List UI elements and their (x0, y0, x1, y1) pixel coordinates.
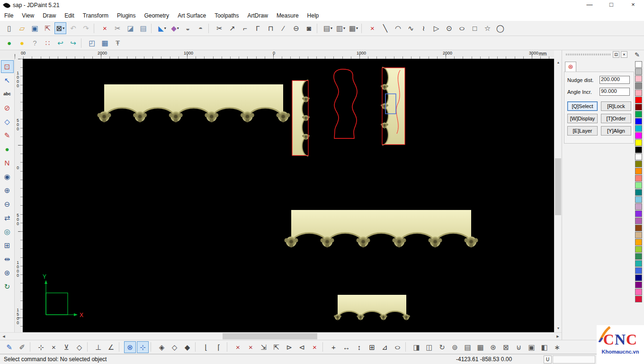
separator[interactable] (94, 24, 97, 33)
separator[interactable] (151, 342, 154, 352)
vertical-scroll-thumb[interactable] (555, 158, 561, 215)
nudge-dist-input[interactable]: 200.000 (599, 76, 630, 84)
palette-color-swatch[interactable] (635, 218, 642, 224)
rectangle-tool-button[interactable]: □ (469, 22, 481, 34)
relief-strip-small[interactable] (334, 295, 410, 320)
mirror-horizontal-button[interactable]: ◇ (169, 341, 180, 353)
paste-button[interactable]: ▤ (137, 22, 149, 34)
separator[interactable] (30, 342, 33, 352)
zoom-window-tool[interactable]: ⊞ (1, 239, 14, 252)
zoom-in-tool[interactable]: ⊕ (1, 184, 14, 197)
pick-corner-button[interactable]: ⇱ (270, 341, 282, 353)
separator[interactable] (195, 342, 198, 352)
minimize-button[interactable]: — (579, 0, 600, 10)
add-point-button[interactable]: + (328, 341, 340, 353)
nest-button[interactable]: ⊠ (500, 341, 512, 353)
pick-tool[interactable]: ⊡ (1, 60, 14, 73)
draw-calligraphy-button[interactable]: ✐ (16, 341, 28, 353)
separator[interactable] (405, 342, 409, 352)
join-curve-button[interactable]: ◇ (73, 341, 85, 353)
dim-vertical-button[interactable]: ↕ (353, 341, 365, 353)
separator[interactable] (81, 38, 84, 48)
separator[interactable] (361, 24, 365, 33)
palette-color-swatch[interactable] (635, 296, 642, 302)
n-mark-tool[interactable]: N (1, 156, 14, 169)
material-sphere-tool[interactable]: ● (1, 143, 14, 155)
menu-item[interactable]: Transform (79, 10, 113, 21)
offset-copy-button[interactable]: ⊚ (449, 341, 461, 353)
palette-color-swatch[interactable] (635, 68, 642, 75)
color-palette-button[interactable]: ◆ (169, 22, 181, 34)
save-button[interactable]: ▣ (29, 22, 41, 34)
angle-incr-input[interactable]: 90.000 (599, 88, 630, 96)
dim-circle-button[interactable]: ○ (392, 341, 403, 353)
palette-color-swatch[interactable] (635, 125, 642, 132)
text-tool[interactable]: abc (1, 88, 14, 100)
measure-distance-button[interactable]: × (245, 341, 257, 353)
frame-box-button[interactable]: ⊓ (265, 22, 277, 34)
mirror-pattern-button[interactable]: ▥ (335, 22, 347, 34)
dim-rect-button[interactable]: ⊞ (366, 341, 378, 353)
scroll-up-button[interactable]: ▲ (555, 59, 562, 66)
transform-tool[interactable]: ◇ (1, 115, 14, 128)
view-next-button[interactable]: ↪ (67, 37, 79, 49)
rounded-rect-button[interactable]: ◙ (303, 22, 315, 34)
grid-pattern-button[interactable]: ▦ (348, 22, 359, 34)
drawing-canvas[interactable]: Y X (23, 59, 554, 332)
scroll-down-button[interactable]: ▼ (555, 325, 562, 332)
horizontal-scrollbar[interactable]: ◀ ▶ (0, 332, 562, 340)
align-top-button[interactable]: ⌈ (213, 341, 225, 353)
palette-color-swatch[interactable] (635, 203, 642, 210)
cut-button[interactable]: ✂ (112, 22, 124, 34)
layer-button[interactable]: [E]Layer (567, 126, 598, 136)
dim-angle-button[interactable]: ⊿ (379, 341, 391, 353)
curve-tool-button[interactable]: ∿ (405, 22, 417, 34)
row-array-button[interactable]: ▤ (462, 341, 474, 353)
mirror-copy-button[interactable]: ◨ (411, 341, 422, 353)
ring-tool-button[interactable]: ⊖ (290, 22, 302, 34)
pick-direction-button[interactable]: ⇲ (258, 341, 269, 353)
palette-color-swatch[interactable] (635, 139, 642, 146)
palette-color-swatch[interactable] (635, 210, 642, 217)
palette-color-swatch[interactable] (635, 253, 642, 260)
copy-button[interactable]: ◪ (125, 22, 136, 34)
maximize-button[interactable]: □ (600, 0, 622, 10)
center-circle-tool-button[interactable]: ⊙ (443, 22, 455, 34)
grid-display-button[interactable]: ▦ (99, 37, 111, 49)
open-folder-button[interactable]: ▱ (16, 22, 28, 34)
palette-color-swatch[interactable] (635, 104, 642, 110)
weld-button[interactable]: ⊍ (513, 341, 525, 353)
circle-tool-button[interactable]: ◯ (494, 22, 506, 34)
relief-strip-top[interactable] (98, 84, 290, 122)
grid-array-button[interactable]: ▦ (474, 341, 486, 353)
panel-close-button[interactable]: × (621, 51, 627, 58)
spline-tool-button[interactable]: ≀ (418, 22, 429, 34)
palette-color-swatch[interactable] (635, 154, 642, 160)
separator[interactable] (87, 342, 90, 352)
lighting-button[interactable]: Ŧ (112, 37, 124, 49)
zoom-all-tool[interactable]: ◎ (1, 225, 14, 238)
explode-button[interactable]: ∗ (551, 341, 563, 353)
select-mode-button[interactable]: ⊠ (54, 22, 66, 34)
array-copy-button[interactable]: ◫ (423, 341, 435, 353)
undo-button[interactable]: ↶ (67, 22, 79, 34)
line-tool-button[interactable]: ╲ (379, 22, 391, 34)
break-curve-button[interactable]: ⊻ (61, 341, 72, 353)
palette-color-swatch[interactable] (635, 239, 642, 246)
pen-tool[interactable]: ✎ (1, 129, 14, 142)
menu-item[interactable]: ArtDraw (243, 10, 272, 21)
close-button[interactable]: × (622, 0, 644, 10)
zoom-previous-tool[interactable]: ⇄ (1, 211, 14, 224)
menu-item[interactable]: Edit (60, 10, 79, 21)
relief-front-view-button[interactable]: ◒ (182, 22, 194, 34)
palette-color-swatch[interactable] (635, 118, 642, 125)
palette-color-swatch[interactable] (635, 61, 642, 68)
separator[interactable] (208, 24, 212, 33)
palette-color-swatch[interactable] (635, 232, 642, 238)
surface-box-button[interactable]: ◰ (86, 37, 98, 49)
align-button[interactable]: [Y]Align (601, 126, 631, 136)
move-points-button[interactable]: ⇱ (42, 22, 54, 34)
lock-button[interactable]: [R]Lock (601, 101, 631, 111)
slant-line-button[interactable]: ∕ (277, 22, 289, 34)
menu-item[interactable]: Draw (38, 10, 60, 21)
